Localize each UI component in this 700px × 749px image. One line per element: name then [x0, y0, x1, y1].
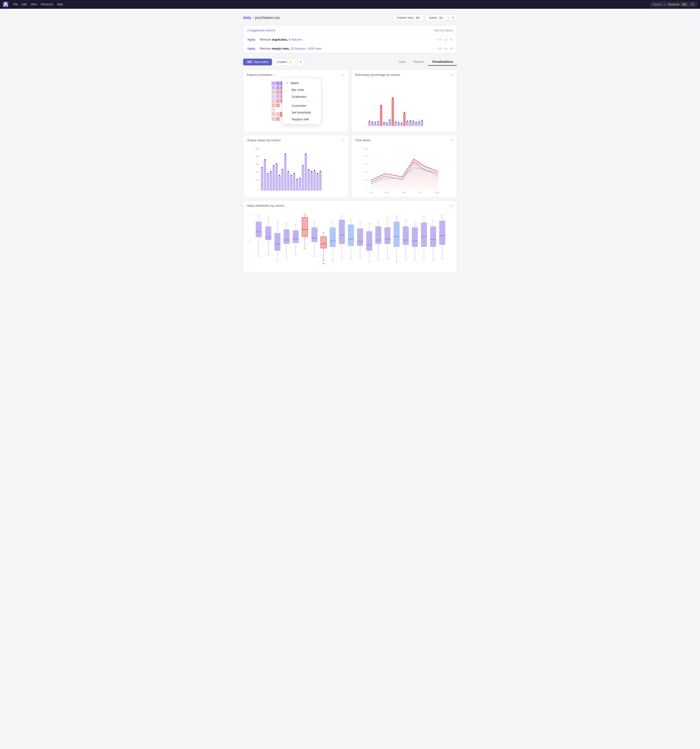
apply-button-1[interactable]: Apply	[247, 38, 257, 41]
svg-point-110	[282, 169, 283, 170]
svg-rect-117	[293, 174, 295, 191]
svg-point-70	[378, 121, 379, 122]
svg-rect-280	[421, 223, 427, 247]
svg-rect-48	[377, 122, 380, 126]
svg-point-102	[270, 171, 271, 172]
column-view-button[interactable]: Column view ⌘F	[393, 15, 424, 21]
svg-point-98	[264, 159, 266, 160]
dropdown-customize[interactable]: Customize	[282, 102, 321, 109]
filter-icon[interactable]: ▾	[274, 74, 275, 76]
close-icon-2[interactable]: ✕	[450, 47, 453, 50]
unique-values-title: Unique values by column </>	[247, 139, 345, 142]
svg-rect-115	[290, 176, 293, 191]
chart-type-dropdown: Matrix Bar chart Scatterplot Customize S…	[282, 78, 321, 124]
svg-rect-119	[296, 180, 298, 191]
svg-rect-1	[276, 81, 280, 86]
svg-point-71	[384, 122, 385, 123]
toolbar: ⌘N New action Custom ⚡ ▾ Data Reports Vi…	[243, 58, 457, 66]
code-button-correlation[interactable]: </>	[341, 73, 345, 76]
suggestion-link-2[interactable]: 20 features, 1400 rows	[290, 47, 321, 50]
svg-rect-113	[287, 172, 290, 191]
code-icon-1[interactable]: </>	[437, 38, 442, 41]
latest-button[interactable]: Latest ⌘L	[426, 15, 447, 21]
svg-text:—: —	[377, 218, 378, 220]
svg-point-80	[416, 122, 417, 123]
pipeline-notebook-indicator: Pipeline ▶ Notebook ⌘N 0	[650, 2, 697, 7]
svg-rect-131	[313, 171, 316, 191]
svg-rect-103	[273, 166, 275, 191]
svg-rect-247	[375, 227, 381, 244]
dropdown-arrow-button[interactable]: ▾	[297, 59, 304, 66]
code-button-distribution[interactable]: </>	[450, 204, 453, 207]
svg-point-76	[401, 122, 402, 124]
preview-icon-2[interactable]: ◎	[445, 47, 447, 50]
svg-text:—: —	[441, 212, 442, 214]
feature-correlation-card: Feature correlation ▾ </>	[243, 70, 349, 132]
suggestion-row-1: Apply Remove duplicates, 6 features </> …	[243, 35, 457, 44]
preview-icon-1[interactable]: ◎	[445, 38, 447, 41]
tab-reports[interactable]: Reports	[409, 58, 428, 66]
svg-rect-21	[271, 99, 275, 103]
new-action-button[interactable]: ⌘N New action	[243, 59, 272, 66]
dropdown-bar-chart[interactable]: Bar chart	[282, 87, 321, 93]
suggestion-link-1[interactable]: 6 features	[289, 38, 302, 41]
tab-data[interactable]: Data	[395, 58, 409, 66]
apply-button-2[interactable]: Apply	[247, 47, 257, 50]
dropdown-scatterplot[interactable]: Scatterplot	[282, 93, 321, 100]
dropdown-matrix[interactable]: Matrix	[282, 80, 321, 87]
svg-rect-202	[312, 228, 317, 242]
svg-rect-111	[284, 154, 287, 191]
svg-text:300: 300	[255, 163, 259, 165]
code-button-unique[interactable]: </>	[341, 139, 345, 142]
code-button-null[interactable]: </>	[450, 73, 453, 76]
menu-shortcuts[interactable]: Shortcuts	[41, 3, 53, 6]
svg-text:-2: -2	[247, 263, 249, 266]
svg-rect-293	[439, 221, 445, 245]
tab-visualizations[interactable]: Visualizations	[428, 58, 457, 66]
svg-rect-133	[316, 174, 319, 191]
sort-by-impact[interactable]: Sort by impact	[434, 29, 453, 32]
svg-rect-254	[384, 228, 390, 244]
value-distribution-card: Value distribution by column </> 2 1 0 -…	[243, 200, 457, 273]
notebook-count: 0	[690, 2, 695, 6]
svg-point-100	[267, 173, 268, 174]
svg-rect-170	[265, 227, 271, 240]
unique-values-actions: </>	[341, 139, 345, 142]
custom-button[interactable]: Custom ⚡	[274, 59, 295, 66]
svg-point-128	[308, 169, 310, 170]
svg-rect-61	[406, 122, 409, 126]
svg-point-136	[320, 171, 321, 172]
code-button-timeseries[interactable]: </>	[450, 139, 453, 142]
suggestion-text-2: Remove empty rows, 20 features, 1400 row…	[260, 47, 434, 50]
settings-button[interactable]: ⊙	[449, 15, 457, 21]
svg-rect-28	[276, 112, 280, 116]
svg-text:1: 1	[248, 228, 249, 230]
dropdown-replace-with[interactable]: Replace with	[282, 116, 321, 123]
svg-text:80: 80	[365, 155, 367, 157]
menu-edit[interactable]: Edit	[21, 3, 27, 6]
app-logo	[3, 2, 8, 7]
svg-rect-65	[418, 122, 420, 126]
code-icon-2[interactable]: </>	[437, 47, 442, 50]
menu-file[interactable]: File	[13, 3, 18, 6]
svg-rect-66	[421, 121, 423, 126]
time-series-card: Time series </> 100 80 60 40 20 0	[351, 135, 457, 197]
close-icon-1[interactable]: ✕	[450, 38, 453, 41]
svg-rect-33	[276, 117, 280, 121]
svg-rect-63	[412, 122, 415, 126]
menu-view[interactable]: View	[31, 3, 37, 6]
svg-rect-241	[366, 231, 372, 251]
breadcrumb-data-link[interactable]: data	[243, 15, 251, 20]
svg-rect-221	[339, 220, 345, 244]
svg-rect-97	[264, 160, 266, 191]
svg-rect-95	[261, 168, 263, 191]
svg-point-120	[296, 179, 298, 180]
null-empty-card: Null/empty percentage by column </> 0	[351, 70, 457, 132]
svg-point-68	[372, 121, 373, 122]
svg-point-114	[288, 171, 289, 172]
svg-point-73	[389, 119, 390, 121]
time-series-svg: 100 80 60 40 20 0 Jan Feb Mar Apr May	[355, 144, 453, 193]
menu-help[interactable]: Help	[57, 3, 63, 6]
svg-point-112	[285, 153, 286, 155]
dropdown-set-thresholds[interactable]: Set thresholds	[282, 109, 321, 116]
